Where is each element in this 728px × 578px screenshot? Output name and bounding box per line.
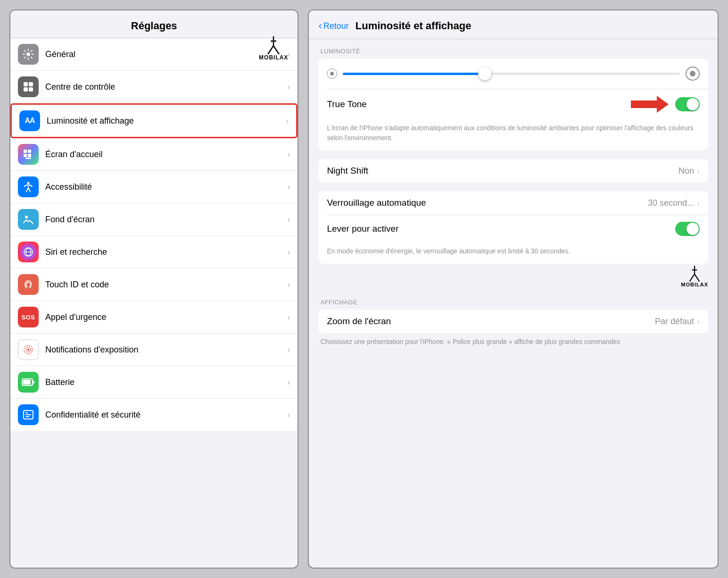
brightness-slider[interactable] <box>343 66 680 81</box>
mobilax-icon <box>266 36 281 54</box>
luminosite-card: True Tone L'écran de l'iPhone s'adapte a… <box>318 59 708 151</box>
sun-large-icon <box>686 67 700 81</box>
settings-item-luminosite[interactable]: AA Luminosité et affichage › <box>10 103 298 138</box>
fond-icon <box>18 209 39 230</box>
night-shift-section: Night Shift Non › <box>318 159 708 183</box>
affichage-section-label: AFFICHAGE <box>318 299 708 306</box>
settings-item-accessibilite[interactable]: Accessibilité › <box>10 171 298 203</box>
right-header: ‹ Retour Luminosité et affichage <box>309 10 718 39</box>
left-panel: MOBILAX Réglages Général › Centre de con… <box>9 9 298 569</box>
ecran-icon <box>18 144 39 165</box>
luminosite-label: Luminosité et affichage <box>47 116 286 126</box>
true-tone-row[interactable]: True Tone <box>318 89 708 119</box>
controle-chevron: › <box>287 82 290 92</box>
slider-fill <box>343 73 484 75</box>
verrouillage-label: Verrouillage automatique <box>327 198 648 208</box>
zoom-label: Zoom de l'écran <box>327 316 655 327</box>
right-mobilax-icon <box>688 266 701 282</box>
luminosite-section-label: LUMINOSITÉ <box>318 48 708 55</box>
verrouillage-value: 30 second... <box>648 198 694 208</box>
slider-track <box>343 73 680 75</box>
svg-rect-6 <box>29 82 33 86</box>
back-button[interactable]: ‹ Retour <box>318 20 348 32</box>
slider-thumb[interactable] <box>478 67 491 80</box>
settings-item-fond[interactable]: Fond d'écran › <box>10 203 298 236</box>
sun-small-icon <box>327 68 337 79</box>
right-title: Luminosité et affichage <box>356 20 472 32</box>
appel-label: Appel d'urgence <box>45 312 287 322</box>
settings-item-touchid[interactable]: Touch ID et code › <box>10 268 298 301</box>
expo-label: Notifications d'exposition <box>45 345 287 355</box>
fond-label: Fond d'écran <box>45 215 287 225</box>
ecran-label: Écran d'accueil <box>45 150 287 159</box>
priv-label: Confidentialité et sécurité <box>45 410 287 420</box>
settings-item-batterie[interactable]: Batterie › <box>10 366 298 399</box>
lever-row[interactable]: Lever pour activer <box>318 215 708 243</box>
svg-point-20 <box>27 349 29 351</box>
svg-rect-11 <box>24 154 27 157</box>
svg-point-14 <box>27 182 30 184</box>
batterie-icon <box>18 372 39 393</box>
svg-line-2 <box>273 46 279 54</box>
controle-label: Centre de contrôle <box>45 82 287 92</box>
settings-item-siri[interactable]: Siri et recherche › <box>10 236 298 268</box>
verrouillage-row[interactable]: Verrouillage automatique 30 second... › <box>318 191 708 215</box>
fond-chevron: › <box>287 215 290 225</box>
brightness-row <box>318 59 708 89</box>
siri-chevron: › <box>287 247 290 257</box>
verrou-section: Verrouillage automatique 30 second... › … <box>318 191 708 264</box>
priv-chevron: › <box>287 410 290 420</box>
svg-rect-13 <box>25 158 31 159</box>
settings-item-appel[interactable]: SOS Appel d'urgence › <box>10 301 298 334</box>
luminosite-icon: AA <box>19 110 40 131</box>
night-shift-label: Night Shift <box>327 166 678 176</box>
svg-rect-23 <box>23 380 31 385</box>
settings-item-priv[interactable]: Confidentialité et sécurité › <box>10 399 298 431</box>
night-shift-row[interactable]: Night Shift Non › <box>318 159 708 183</box>
verrouillage-chevron: › <box>697 198 700 208</box>
red-arrow-icon <box>631 96 669 113</box>
settings-title: Réglages <box>131 20 177 32</box>
accessibilite-icon <box>18 176 39 197</box>
lever-toggle[interactable] <box>675 222 700 236</box>
settings-item-controle[interactable]: Centre de contrôle › <box>10 71 298 103</box>
svg-line-28 <box>695 274 700 282</box>
red-arrow-container <box>631 96 669 113</box>
svg-line-1 <box>268 46 273 54</box>
lever-thumb <box>687 223 699 235</box>
svg-rect-8 <box>29 87 33 92</box>
appel-icon: SOS <box>18 307 39 327</box>
true-tone-label: True Tone <box>327 99 631 109</box>
right-mobilax-watermark: MOBILAX <box>309 264 718 290</box>
zoom-description: Choisissez une présentation pour l'iPhon… <box>318 333 708 354</box>
expo-chevron: › <box>287 345 290 355</box>
svg-rect-5 <box>24 82 28 86</box>
settings-item-expo[interactable]: Notifications d'exposition › <box>10 334 298 366</box>
luminosite-section: LUMINOSITÉ <box>318 48 708 151</box>
affichage-section: AFFICHAGE Zoom de l'écran Par défaut › C… <box>318 299 708 354</box>
expo-icon <box>18 339 39 360</box>
true-tone-toggle[interactable] <box>675 97 700 111</box>
right-panel: ‹ Retour Luminosité et affichage LUMINOS… <box>308 9 719 569</box>
general-icon <box>18 44 39 65</box>
svg-marker-25 <box>631 96 669 113</box>
true-tone-thumb <box>687 98 699 110</box>
lever-description: En mode économie d'énergie, le verrouill… <box>318 243 708 264</box>
accessibilite-label: Accessibilité <box>45 182 287 192</box>
night-shift-chevron: › <box>697 166 700 176</box>
settings-item-ecran[interactable]: Écran d'accueil › <box>10 138 298 171</box>
right-content: LUMINOSITÉ <box>309 39 718 568</box>
left-mobilax-text: MOBILAX <box>259 54 288 61</box>
touchid-icon <box>18 274 39 295</box>
svg-rect-7 <box>24 87 28 92</box>
zoom-row[interactable]: Zoom de l'écran Par défaut › <box>318 310 708 333</box>
batterie-label: Batterie <box>45 377 287 387</box>
night-shift-card: Night Shift Non › <box>318 159 708 183</box>
siri-label: Siri et recherche <box>45 247 287 257</box>
zoom-chevron: › <box>697 317 700 327</box>
settings-item-general[interactable]: Général › <box>10 38 298 71</box>
accessibilite-chevron: › <box>287 182 290 192</box>
zoom-value: Par défaut <box>655 317 694 327</box>
right-mobilax-inner: MOBILAX <box>681 266 708 287</box>
lever-label: Lever pour activer <box>327 224 675 234</box>
